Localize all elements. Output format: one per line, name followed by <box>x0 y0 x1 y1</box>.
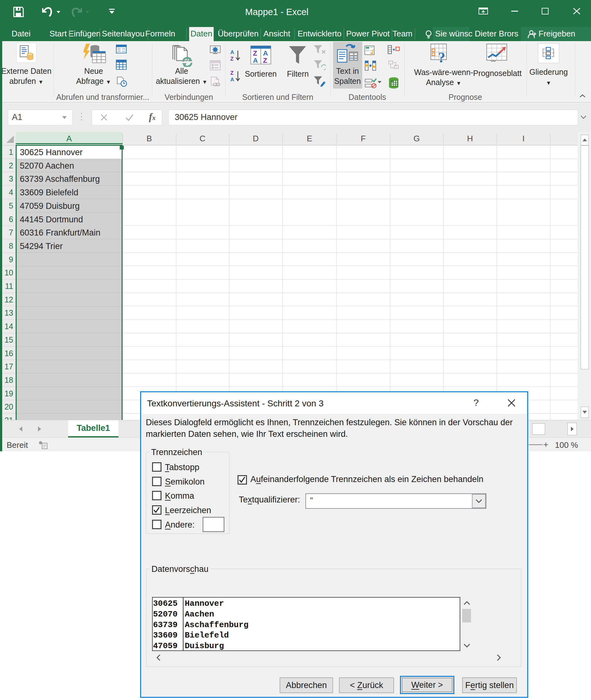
svg-text:A: A <box>230 49 234 55</box>
svg-text:?: ? <box>438 50 445 66</box>
svg-text:A: A <box>263 49 268 57</box>
svg-text:Z: Z <box>253 49 257 57</box>
svg-text:Z: Z <box>230 70 234 76</box>
svg-text:Z: Z <box>263 57 267 64</box>
svg-text:Z: Z <box>230 56 234 62</box>
svg-text:A: A <box>230 77 234 83</box>
svg-text:A: A <box>253 57 258 64</box>
